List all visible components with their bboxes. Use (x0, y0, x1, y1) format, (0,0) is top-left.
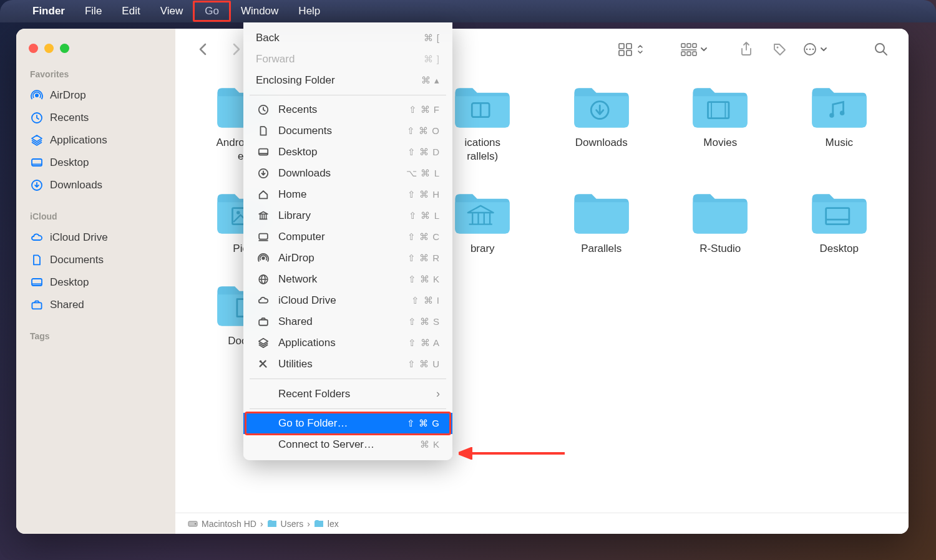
menu-item-enclosing-folder[interactable]: Enclosing Folder⌘ ▴ (243, 70, 452, 91)
clock-icon (30, 111, 44, 125)
folder-item[interactable]: R-Studio (667, 188, 774, 256)
svg-point-39 (195, 523, 196, 524)
sidebar-item-downloads[interactable]: Downloads (24, 174, 168, 196)
menu-app-name[interactable]: Finder (22, 2, 75, 20)
sidebar-heading: Favorites (24, 67, 168, 84)
menu-item-connect-to-server[interactable]: Connect to Server…⌘ K (243, 434, 452, 455)
menu-shortcut: ⇧ ⌘ G (407, 418, 440, 429)
menu-shortcut: ⌥ ⌘ L (406, 168, 440, 179)
share-button[interactable] (735, 38, 758, 60)
group-by-button[interactable] (680, 42, 708, 56)
download-icon (30, 178, 44, 192)
menu-item-recents[interactable]: Recents⇧ ⌘ F (243, 99, 452, 120)
menu-item-downloads[interactable]: Downloads⌥ ⌘ L (243, 163, 452, 184)
folder-item[interactable]: Downloads (548, 82, 655, 163)
path-segment-users[interactable]: Users (267, 519, 304, 529)
window-controls (24, 40, 168, 67)
svg-point-51 (260, 360, 262, 363)
menu-item-recent-folders[interactable]: Recent Folders› (243, 383, 452, 405)
folder-item[interactable]: Parallels (548, 188, 655, 256)
apps-icon (30, 133, 44, 147)
sidebar-item-recents[interactable]: Recents (24, 107, 168, 129)
sidebar-item-shared[interactable]: Shared (24, 294, 168, 316)
folder-label: brary (470, 242, 495, 256)
menu-edit[interactable]: Edit (112, 2, 150, 20)
folder-icon (267, 519, 277, 528)
menu-item-label: Recent Folders (278, 388, 436, 400)
fullscreen-button[interactable] (60, 44, 69, 53)
menu-item-home[interactable]: Home⇧ ⌘ H (243, 184, 452, 205)
menu-item-label: Network (278, 273, 408, 286)
shared-icon (256, 316, 271, 327)
menu-item-applications[interactable]: Applications⇧ ⌘ A (243, 332, 452, 354)
library-icon (256, 210, 271, 221)
menu-help[interactable]: Help (288, 2, 330, 20)
menu-item-label: Enclosing Folder (256, 74, 421, 87)
folder-item[interactable]: Music (786, 82, 893, 163)
folder-icon (808, 82, 870, 131)
action-button[interactable] (802, 42, 827, 57)
folder-label: ications rallels) (464, 136, 500, 163)
menu-item-computer[interactable]: Computer⇧ ⌘ C (243, 226, 452, 248)
clock-icon (256, 104, 271, 115)
menu-shortcut: ⇧ ⌘ I (411, 295, 440, 306)
menu-file[interactable]: File (75, 2, 112, 20)
sidebar-item-airdrop[interactable]: AirDrop (24, 84, 168, 107)
menu-view[interactable]: View (150, 2, 193, 20)
menu-item-icloud-drive[interactable]: iCloud Drive⇧ ⌘ I (243, 290, 452, 311)
svg-point-33 (840, 111, 844, 115)
sidebar-item-label: Shared (50, 299, 84, 311)
menu-item-label: Downloads (278, 167, 406, 180)
menu-item-label: Back (256, 32, 424, 44)
folder-icon (689, 188, 751, 237)
menu-item-back[interactable]: Back⌘ [ (243, 27, 452, 49)
menu-item-go-to-folder[interactable]: Go to Folder…⇧ ⌘ G (243, 413, 452, 434)
menu-item-documents[interactable]: Documents⇧ ⌘ O (243, 120, 452, 142)
menu-window[interactable]: Window (231, 2, 288, 20)
menu-shortcut: ⇧ ⌘ D (407, 147, 440, 158)
search-button[interactable] (870, 38, 892, 60)
menu-item-network[interactable]: Network⇧ ⌘ K (243, 269, 452, 290)
folder-item[interactable]: Desktop (786, 188, 893, 256)
minimize-button[interactable] (44, 44, 54, 53)
sidebar-item-applications[interactable]: Applications (24, 129, 168, 152)
sidebar-item-desktop[interactable]: Desktop (24, 152, 168, 174)
menu-shortcut: ⇧ ⌘ K (408, 274, 440, 285)
svg-rect-9 (626, 44, 631, 49)
sidebar-item-documents[interactable]: Documents (24, 249, 168, 271)
view-switcher[interactable] (618, 42, 644, 56)
tag-button[interactable] (769, 38, 791, 60)
svg-marker-53 (459, 448, 471, 458)
menu-go[interactable]: Go (193, 1, 231, 22)
back-button[interactable] (192, 38, 214, 60)
menu-item-shared[interactable]: Shared⇧ ⌘ S (243, 311, 452, 332)
utilities-icon (256, 359, 271, 370)
menu-shortcut: ⇧ ⌘ R (407, 253, 440, 264)
sidebar-item-desktop[interactable]: Desktop (24, 271, 168, 294)
folder-icon (570, 188, 633, 237)
menu-shortcut: ⌘ [ (424, 32, 440, 44)
folder-item[interactable]: Movies (667, 82, 774, 163)
menu-item-label: Utilities (278, 358, 407, 370)
download-icon (256, 168, 271, 179)
menu-separator (250, 379, 446, 379)
menu-item-utilities[interactable]: Utilities⇧ ⌘ U (243, 354, 452, 375)
close-button[interactable] (29, 44, 38, 53)
path-segment-current[interactable]: lex (314, 519, 339, 529)
svg-point-32 (829, 113, 834, 117)
sidebar-item-label: iCloud Drive (50, 231, 108, 244)
menu-item-library[interactable]: Library⇧ ⌘ L (243, 205, 452, 226)
sidebar-item-label: Documents (50, 254, 104, 266)
svg-rect-5 (32, 279, 42, 286)
folder-icon (689, 82, 751, 131)
menu-item-label: Shared (278, 316, 408, 328)
sidebar-item-icloud-drive[interactable]: iCloud Drive (24, 226, 168, 249)
path-segment-root[interactable]: Macintosh HD (188, 519, 256, 529)
menu-item-label: Forward (256, 53, 424, 65)
menu-item-airdrop[interactable]: AirDrop⇧ ⌘ R (243, 248, 452, 269)
menu-shortcut: ⌘ ▴ (421, 75, 440, 86)
menu-shortcut: ⇧ ⌘ C (407, 231, 440, 243)
svg-rect-2 (32, 159, 42, 166)
menu-item-desktop[interactable]: Desktop⇧ ⌘ D (243, 142, 452, 163)
menubar: Finder File Edit View Go Window Help (0, 0, 936, 22)
